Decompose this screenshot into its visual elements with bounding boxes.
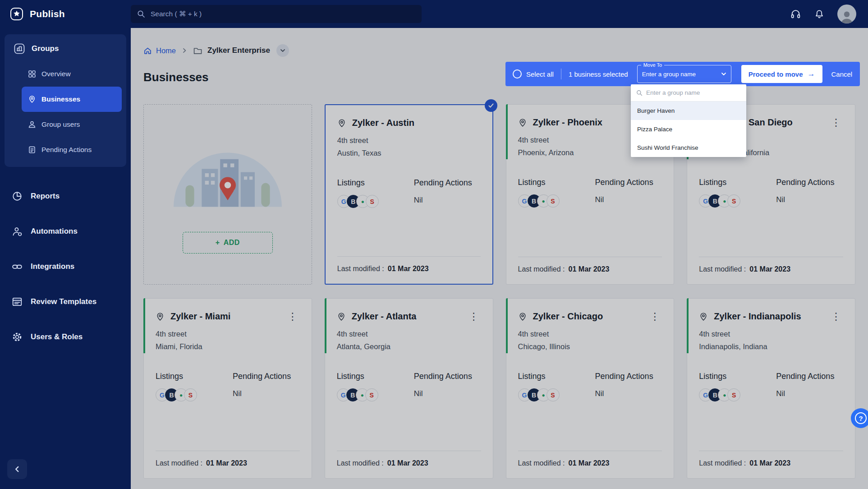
move-to-select[interactable]: Move To Enter a group name	[637, 65, 731, 83]
sidebar-item-group-users[interactable]: Group users	[22, 112, 122, 137]
chevron-left-icon	[14, 466, 21, 473]
selection-toolbar: Select all 1 business selected Move To E…	[505, 62, 860, 86]
buildings-illustration	[167, 135, 288, 211]
topbar: Publish	[0, 0, 868, 28]
pending-actions-label: Pending Actions	[414, 372, 481, 381]
business-card-zylker-austin[interactable]: Zylker - Austin 4th street Austin, Texas…	[325, 104, 493, 285]
add-business-button[interactable]: + ADD	[183, 232, 273, 254]
sidebar-item-users-roles[interactable]: Users & Roles	[0, 319, 131, 355]
arrow-right-icon: →	[808, 69, 815, 78]
card-menu-icon[interactable]: ⋮	[467, 312, 481, 322]
sidebar-item-overview[interactable]: Overview	[22, 61, 122, 87]
pending-actions-value: Nil	[595, 389, 662, 398]
business-address-line2: Atlanta, Georgia	[337, 342, 481, 351]
last-modified: Last modified : 01 Mar 2023	[156, 451, 300, 467]
review-templates-icon	[12, 296, 23, 307]
support-button[interactable]	[790, 9, 801, 20]
last-modified-value: 01 Mar 2023	[569, 459, 610, 467]
yelp-listing-icon: S	[547, 194, 560, 208]
pending-actions-icon	[28, 146, 36, 154]
cancel-button[interactable]: Cancel	[831, 70, 853, 78]
business-address-line1: 4th street	[337, 136, 481, 145]
card-menu-icon[interactable]: ⋮	[829, 118, 843, 128]
last-modified: Last modified : 01 Mar 2023	[518, 451, 662, 467]
business-card-zylker-indianapolis[interactable]: Zylker - Indianapolis ⋮ 4th street India…	[687, 298, 855, 479]
headset-icon	[790, 9, 801, 20]
group-search-row[interactable]	[631, 84, 746, 101]
select-all-label[interactable]: Select all	[526, 70, 554, 78]
pending-actions-value: Nil	[414, 196, 481, 205]
breadcrumb: Home Zylker Enterprise	[143, 44, 855, 57]
search-input[interactable]	[151, 10, 415, 18]
listings-label: Listings	[699, 178, 776, 187]
chevron-right-icon	[181, 47, 188, 54]
group-option-burger-haven[interactable]: Burger Haven	[631, 101, 746, 120]
select-all-radio[interactable]	[513, 69, 522, 78]
business-name: Zylker - Atlanta	[352, 311, 417, 322]
last-modified: Last modified : 01 Mar 2023	[337, 256, 481, 273]
group-search-input[interactable]	[646, 89, 741, 96]
pending-actions-label: Pending Actions	[776, 372, 843, 381]
groups-label: Groups	[32, 44, 59, 53]
sidebar-item-label: Automations	[31, 227, 78, 236]
last-modified: Last modified : 01 Mar 2023	[518, 257, 662, 273]
business-address-line2: Miami, Florida	[156, 342, 300, 351]
last-modified: Last modified : 01 Mar 2023	[699, 257, 843, 273]
listing-platform-icons: G B ● S	[337, 388, 414, 401]
group-option-pizza-palace[interactable]: Pizza Palace	[631, 120, 746, 138]
breadcrumb-current: Zylker Enterprise	[193, 46, 270, 55]
last-modified-value: 01 Mar 2023	[749, 265, 790, 273]
last-modified-label: Last modified :	[518, 459, 565, 467]
breadcrumb-dropdown-button[interactable]	[276, 44, 289, 57]
avatar-person-icon	[839, 9, 854, 23]
business-address-line1: 4th street	[518, 330, 662, 338]
location-pin-icon	[337, 119, 346, 128]
sidebar-item-review-templates[interactable]: Review Templates	[0, 284, 131, 319]
notifications-button[interactable]	[814, 9, 825, 19]
topbar-actions	[790, 5, 868, 23]
proceed-label: Proceed to move	[749, 70, 803, 78]
sidebar-item-label: Pending Actions	[41, 146, 92, 154]
proceed-to-move-button[interactable]: Proceed to move →	[741, 65, 822, 83]
pending-actions-value: Nil	[233, 389, 300, 398]
sidebar-item-reports[interactable]: Reports	[0, 179, 131, 214]
listings-label: Listings	[699, 372, 776, 381]
sidebar-item-businesses[interactable]: Businesses	[22, 87, 122, 112]
card-menu-icon[interactable]: ⋮	[285, 312, 300, 322]
listing-platform-icons: G B ● S	[337, 195, 414, 208]
automations-icon	[12, 226, 23, 237]
global-search[interactable]	[131, 5, 422, 23]
breadcrumb-current-label: Zylker Enterprise	[207, 46, 270, 55]
yelp-listing-icon: S	[727, 388, 740, 401]
sidebar-item-pending-actions[interactable]: Pending Actions	[22, 137, 122, 162]
add-business-card[interactable]: + ADD	[143, 104, 312, 285]
location-pin-icon	[699, 312, 708, 321]
move-to-label: Move To	[641, 62, 664, 68]
user-avatar[interactable]	[837, 5, 856, 23]
card-menu-icon[interactable]: ⋮	[829, 312, 843, 322]
gear-icon	[12, 332, 23, 342]
listing-platform-icons: G B ● S	[699, 194, 776, 208]
card-menu-icon[interactable]: ⋮	[648, 312, 662, 322]
pending-actions-label: Pending Actions	[595, 372, 662, 381]
help-button[interactable]: ?	[851, 408, 868, 428]
listing-platform-icons: G B ● S	[156, 388, 233, 401]
business-card-zylker-atlanta[interactable]: Zylker - Atlanta ⋮ 4th street Atlanta, G…	[325, 298, 493, 479]
listings-label: Listings	[337, 178, 414, 188]
plus-icon: +	[216, 239, 220, 247]
sidebar-item-integrations[interactable]: Integrations	[0, 249, 131, 284]
breadcrumb-home-label: Home	[156, 46, 176, 55]
business-card-zylker-chicago[interactable]: Zylker - Chicago ⋮ 4th street Chicago, I…	[506, 298, 675, 479]
sidebar-groups-panel: Groups Overview Businesses Group users	[5, 34, 126, 167]
sidebar-item-automations[interactable]: Automations	[0, 214, 131, 249]
app-name: Publish	[30, 9, 65, 19]
breadcrumb-home[interactable]: Home	[143, 46, 176, 55]
listing-platform-icons: G B ● S	[699, 388, 776, 401]
sidebar-collapse-button[interactable]	[7, 459, 27, 479]
business-name: Zylker - Chicago	[533, 311, 603, 322]
pending-actions-value: Nil	[414, 389, 481, 398]
group-option-sushi-world-franchise[interactable]: Sushi World Franchise	[631, 138, 746, 157]
business-name: Zylker - Indianapolis	[714, 311, 801, 322]
sidebar-item-groups[interactable]: Groups	[5, 36, 126, 61]
business-card-zylker-miami[interactable]: Zylker - Miami ⋮ 4th street Miami, Flori…	[143, 298, 312, 479]
